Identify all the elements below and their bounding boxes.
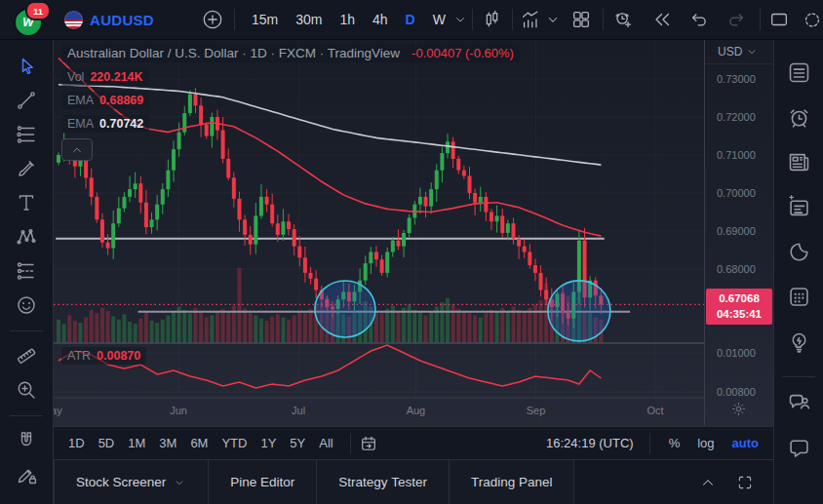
- log-scale-button[interactable]: log: [690, 433, 721, 453]
- panel-watchlist[interactable]: [781, 55, 816, 90]
- range-1D[interactable]: 1D: [61, 433, 92, 453]
- price-tick: 0.72000: [717, 111, 756, 123]
- range-3M[interactable]: 3M: [152, 433, 183, 453]
- panel-alerts[interactable]: [781, 99, 816, 135]
- divider: [512, 9, 513, 30]
- tool-emoji[interactable]: [10, 289, 43, 322]
- ema-fast-legend[interactable]: EMA 0.68869: [61, 92, 149, 109]
- timeframe-4h[interactable]: 4h: [366, 9, 395, 30]
- price-axis[interactable]: USD 0.730000.720000.710000.700000.690000…: [704, 39, 773, 426]
- fib-retracement-icon: [15, 123, 38, 146]
- last-price: 0.67068: [706, 291, 772, 307]
- atr-indicator-legend[interactable]: ATR 0.00870: [61, 347, 146, 365]
- plus-circle-icon: [202, 9, 223, 30]
- panel-news[interactable]: [781, 144, 816, 179]
- range-5Y[interactable]: 5Y: [283, 433, 312, 453]
- month-label: Sep: [527, 405, 546, 416]
- axis-settings-button[interactable]: [730, 401, 747, 417]
- grid-layout-icon: [570, 9, 592, 30]
- tool-forecast[interactable]: [10, 254, 43, 288]
- timeframe-D[interactable]: D: [399, 9, 422, 30]
- timeframe-30m[interactable]: 30m: [289, 9, 329, 30]
- top-toolbar: W 11 AUDUSD 15m30m1h4hDW Wealthy: [0, 0, 823, 40]
- footer-tab-pine-editor[interactable]: Pine Editor: [209, 460, 317, 504]
- go-to-date-button[interactable]: [359, 434, 378, 453]
- percent-scale-button[interactable]: %: [662, 433, 687, 453]
- ema-slow-legend[interactable]: EMA 0.70742: [61, 115, 149, 133]
- divider: [782, 376, 815, 377]
- undo-icon: [688, 9, 710, 30]
- symbol-description[interactable]: Australian Dollar / U.S. Dollar · 1D · F…: [61, 44, 520, 62]
- divider: [234, 9, 235, 30]
- timeframe-1h[interactable]: 1h: [333, 9, 362, 30]
- tool-cursor[interactable]: [10, 50, 43, 83]
- watchlist-icon: [786, 59, 812, 86]
- footer-tab-stock-screener[interactable]: Stock Screener: [54, 460, 209, 504]
- collapse-legend-button[interactable]: [61, 138, 93, 161]
- indicators-dropdown-button[interactable]: [544, 6, 562, 33]
- tool-drawing-lock[interactable]: [10, 458, 43, 491]
- last-price-label: 0.67068 04:35:41: [706, 289, 772, 325]
- fullscreen-button[interactable]: [730, 474, 760, 491]
- atr-tick: 0.00800: [717, 386, 756, 398]
- chevron-down-icon: [173, 476, 186, 489]
- timeframe-15m[interactable]: 15m: [245, 9, 285, 30]
- tool-fib-retracement[interactable]: [10, 118, 43, 151]
- auto-scale-button[interactable]: auto: [725, 433, 765, 453]
- footer-panel-bar: Stock ScreenerPine EditorStrategy Tester…: [54, 460, 773, 504]
- range-YTD[interactable]: YTD: [215, 433, 254, 453]
- currency-selector[interactable]: USD: [705, 39, 773, 64]
- range-1Y[interactable]: 1Y: [254, 433, 283, 453]
- ema-value: 0.70742: [99, 117, 143, 131]
- audusd-flag-icon: [64, 11, 83, 29]
- range-1M[interactable]: 1M: [121, 433, 152, 453]
- footer-tab-trading-panel[interactable]: Trading Panel: [450, 460, 575, 504]
- chevron-up-icon: [699, 474, 717, 491]
- divider: [350, 433, 351, 454]
- text-icon: [15, 191, 38, 214]
- chart-style-button[interactable]: [479, 6, 506, 33]
- month-label: Oct: [647, 405, 663, 416]
- redo-button[interactable]: [723, 6, 750, 33]
- timeframe-dropdown-button[interactable]: [452, 6, 468, 33]
- window-button[interactable]: [765, 6, 793, 33]
- panel-private-chat[interactable]: [781, 430, 816, 465]
- range-All[interactable]: All: [312, 433, 339, 453]
- footer-tab-strategy-tester[interactable]: Strategy Tester: [317, 460, 450, 504]
- panel-ideas[interactable]: [781, 324, 816, 359]
- range-5D[interactable]: 5D: [92, 433, 122, 453]
- clock[interactable]: 16:24:19 (UTC): [546, 436, 634, 450]
- tool-xabcd-pattern[interactable]: [10, 220, 43, 253]
- tool-zoom-in[interactable]: [10, 373, 43, 407]
- bar-replay-button[interactable]: [648, 6, 676, 33]
- create-alert-button[interactable]: [609, 6, 637, 33]
- alert-plus-icon: [612, 9, 634, 30]
- symbol-name[interactable]: AUDUSD: [90, 12, 154, 28]
- month-label: Jul: [292, 405, 305, 416]
- tool-ruler[interactable]: [10, 339, 43, 372]
- panel-hotlists[interactable]: [781, 234, 816, 269]
- chevron-down-icon: [745, 45, 759, 58]
- footer-tab-label: Stock Screener: [76, 475, 166, 489]
- range-button-group: 1D5D1M3M6MYTD1Y5YAll: [61, 433, 340, 453]
- timeframe-W[interactable]: W: [426, 9, 452, 30]
- tool-trend-line[interactable]: [10, 84, 43, 117]
- compare-add-symbol-button[interactable]: [199, 6, 226, 33]
- range-6M[interactable]: 6M: [183, 433, 215, 453]
- tool-magnet[interactable]: [10, 424, 43, 457]
- expand-panel-button[interactable]: [693, 474, 723, 491]
- public-chat-icon: [786, 390, 812, 416]
- panel-calendar[interactable]: [781, 279, 816, 314]
- volume-legend[interactable]: Vol 220.214K: [61, 68, 149, 86]
- panel-public-chat[interactable]: [781, 385, 816, 420]
- tool-text[interactable]: [10, 186, 43, 219]
- drawing-lock-icon: [15, 463, 38, 486]
- tool-brush[interactable]: [10, 152, 43, 185]
- panel-data-window[interactable]: [781, 189, 816, 224]
- undo-button[interactable]: [686, 6, 713, 33]
- app-logo[interactable]: W 11: [14, 5, 43, 34]
- layout-grid-button[interactable]: [568, 6, 595, 33]
- widget-toolbar: [773, 39, 823, 504]
- indicators-button[interactable]: [517, 6, 544, 33]
- cloud-save-icon[interactable]: [799, 6, 823, 33]
